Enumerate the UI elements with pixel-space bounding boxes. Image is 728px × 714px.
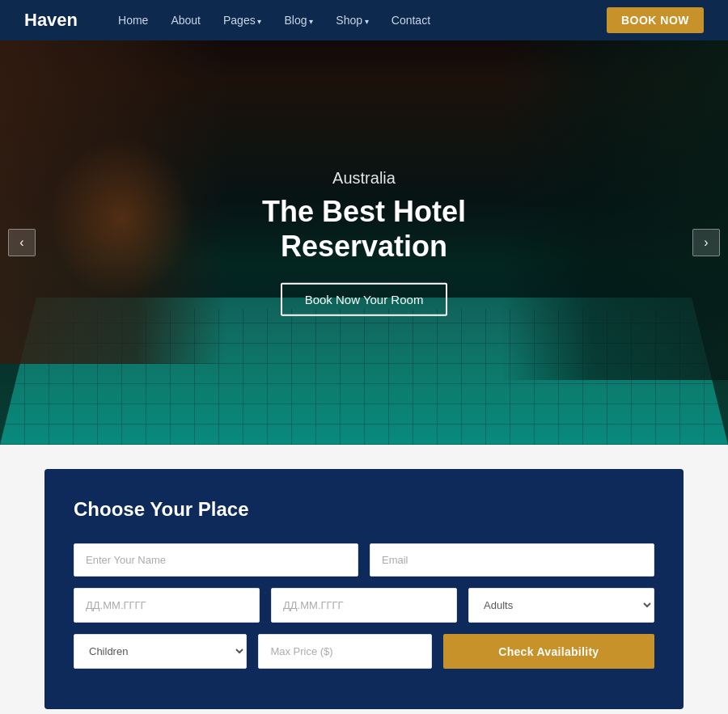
booking-row-1 xyxy=(74,543,654,577)
hero-title: The Best Hotel Reservation xyxy=(182,194,546,264)
max-price-input[interactable] xyxy=(258,634,431,669)
check-availability-button[interactable]: Check Availability xyxy=(443,634,654,669)
booking-row-3: Children 0 1 2 3 4+ Check Availability xyxy=(74,634,654,669)
hero-prev-button[interactable]: ‹ xyxy=(8,229,36,256)
hero-content: Australia The Best Hotel Reservation Boo… xyxy=(182,169,546,316)
nav-about[interactable]: About xyxy=(171,14,201,27)
email-input[interactable] xyxy=(370,543,654,577)
checkin-date-input[interactable] xyxy=(74,588,260,623)
booking-row-2: Adults 1 2 3 4 5+ xyxy=(74,588,654,623)
nav-contact[interactable]: Contact xyxy=(392,14,430,27)
nav-links: Home About Pages Blog Shop Contact xyxy=(118,14,607,27)
children-select[interactable]: Children 0 1 2 3 4+ xyxy=(74,634,247,669)
navbar: Haven Home About Pages Blog Shop Contact… xyxy=(0,0,728,40)
book-now-button[interactable]: BOOK NOW xyxy=(607,7,704,33)
checkout-date-input[interactable] xyxy=(271,588,457,623)
hero-cta-button[interactable]: Book Now Your Room xyxy=(281,283,448,316)
hero-subtitle: Australia xyxy=(182,169,546,188)
hero-next-button[interactable]: › xyxy=(692,229,720,256)
nav-blog[interactable]: Blog xyxy=(284,14,313,27)
hero-section: ‹ › Australia The Best Hotel Reservation… xyxy=(0,40,728,445)
nav-shop[interactable]: Shop xyxy=(336,14,368,27)
adults-select[interactable]: Adults 1 2 3 4 5+ xyxy=(468,588,654,623)
nav-pages[interactable]: Pages xyxy=(223,14,261,27)
brand-logo[interactable]: Haven xyxy=(24,10,78,31)
booking-card: Choose Your Place Adults 1 2 3 4 5+ Chil… xyxy=(44,469,684,709)
booking-section: Choose Your Place Adults 1 2 3 4 5+ Chil… xyxy=(0,445,728,714)
booking-title: Choose Your Place xyxy=(74,498,654,521)
name-input[interactable] xyxy=(74,543,358,577)
nav-home[interactable]: Home xyxy=(118,14,148,27)
